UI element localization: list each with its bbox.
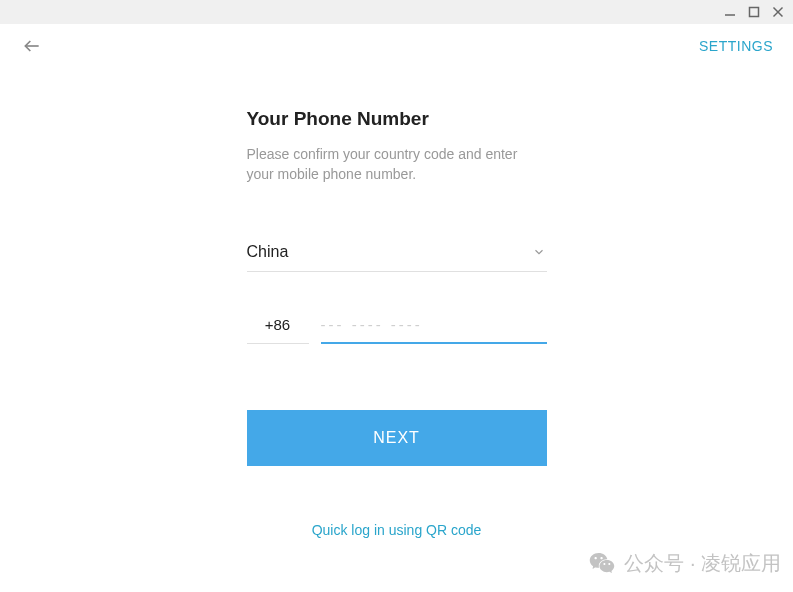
close-button[interactable] [771,5,785,19]
page-title: Your Phone Number [247,108,547,130]
minimize-button[interactable] [723,5,737,19]
login-form: Your Phone Number Please confirm your co… [247,108,547,538]
phone-number-input[interactable] [321,308,547,344]
top-toolbar: SETTINGS [0,24,793,68]
country-code-input[interactable] [247,308,309,344]
page-subtitle: Please confirm your country code and ent… [247,144,547,185]
next-button[interactable]: NEXT [247,410,547,466]
phone-row [247,308,547,344]
maximize-button[interactable] [747,5,761,19]
svg-rect-1 [750,8,759,17]
country-selector[interactable]: China [247,235,547,272]
chevron-down-icon [531,244,547,260]
qr-login-link[interactable]: Quick log in using QR code [247,522,547,538]
window-titlebar [0,0,793,24]
settings-link[interactable]: SETTINGS [699,38,773,54]
country-value: China [247,243,289,261]
back-button[interactable] [20,34,44,58]
watermark: 公众号 · 凌锐应用 [588,549,781,577]
wechat-icon [588,549,616,577]
watermark-text: 公众号 · 凌锐应用 [624,550,781,577]
